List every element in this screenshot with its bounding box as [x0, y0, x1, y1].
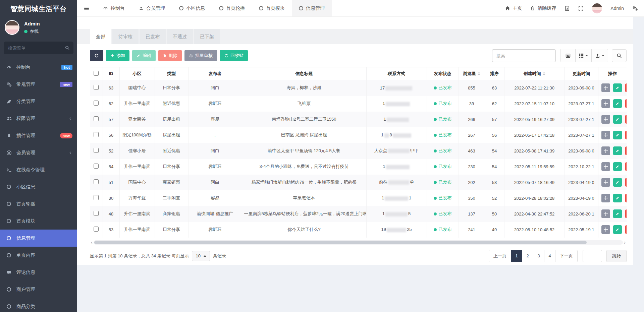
clear-cache-link[interactable]: 清除缓存: [530, 5, 556, 11]
move-button[interactable]: [601, 146, 610, 155]
navtab-info-management[interactable]: 信息管理: [292, 0, 332, 16]
row-checkbox[interactable]: [94, 179, 99, 184]
sidebar-item-product-category[interactable]: 商品分类: [0, 298, 77, 312]
delete-button[interactable]: 删除: [158, 50, 182, 61]
edit-row-button[interactable]: [613, 162, 622, 171]
fullscreen-icon[interactable]: [578, 6, 584, 11]
avatar[interactable]: [5, 20, 19, 35]
move-button[interactable]: [601, 83, 610, 92]
edit-row-button[interactable]: [613, 209, 622, 218]
scrollbar-thumb[interactable]: [94, 241, 587, 244]
row-checkbox[interactable]: [94, 116, 99, 121]
language-icon[interactable]: [565, 6, 570, 11]
navtab-home-modules[interactable]: 首页模块: [252, 0, 292, 16]
sidebar-item-info-management[interactable]: 信息管理: [0, 230, 77, 247]
navtab-dashboard[interactable]: 控制台: [96, 0, 132, 16]
jump-button[interactable]: 跳转: [606, 250, 627, 262]
page-button-2[interactable]: 2: [522, 250, 533, 262]
delete-row-button[interactable]: [625, 83, 627, 92]
delete-row-button[interactable]: [625, 146, 627, 155]
move-button[interactable]: [601, 178, 610, 187]
jump-page-input[interactable]: [583, 250, 602, 262]
move-button[interactable]: [601, 99, 610, 108]
move-button[interactable]: [601, 209, 610, 218]
columns-dropdown-button[interactable]: [575, 49, 591, 62]
page-button-3[interactable]: 3: [533, 250, 544, 262]
edit-row-button[interactable]: [613, 83, 622, 92]
edit-row-button[interactable]: [613, 115, 622, 124]
home-link[interactable]: 主页: [505, 5, 522, 11]
delete-row-button[interactable]: [625, 162, 627, 171]
detail-view-button[interactable]: [560, 49, 575, 62]
sidebar-item-home-modules[interactable]: 首页模块: [0, 212, 77, 230]
add-button[interactable]: 添加: [106, 50, 129, 61]
settings-gears-icon[interactable]: [632, 5, 638, 11]
table-search-input[interactable]: [492, 49, 556, 62]
advanced-search-button[interactable]: [612, 49, 627, 62]
sidebar-item-community-info[interactable]: 小区信息: [0, 178, 77, 195]
scrollbar-track[interactable]: [94, 240, 623, 245]
tab-pending[interactable]: 待审核: [112, 29, 139, 44]
delete-row-button[interactable]: [625, 225, 627, 234]
sidebar-item-general[interactable]: 常规管理 new: [0, 76, 77, 93]
sidebar-item-dashboard[interactable]: 控制台 hot: [0, 59, 77, 76]
move-button[interactable]: [601, 225, 610, 234]
move-button[interactable]: [601, 162, 610, 171]
row-checkbox[interactable]: [94, 101, 99, 106]
sidebar-item-permission[interactable]: 权限管理: [0, 110, 77, 127]
refresh-button[interactable]: [90, 50, 103, 61]
move-button[interactable]: [601, 115, 610, 124]
row-checkbox[interactable]: [94, 164, 99, 169]
scroll-right-icon[interactable]: ›: [623, 240, 627, 244]
menu-toggle-icon[interactable]: [77, 0, 96, 16]
avatar[interactable]: [592, 3, 602, 13]
delete-row-button[interactable]: [625, 99, 627, 108]
move-button[interactable]: [601, 194, 610, 202]
row-checkbox[interactable]: [94, 85, 99, 90]
sidebar-item-commands[interactable]: 在线命令管理: [0, 161, 77, 178]
sidebar-item-merchants[interactable]: 商户管理: [0, 281, 77, 298]
edit-row-button[interactable]: [613, 99, 622, 108]
next-page-button[interactable]: 下一页: [555, 250, 578, 262]
edit-row-button[interactable]: [613, 146, 622, 155]
sort-icon[interactable]: [543, 72, 545, 75]
prev-page-button[interactable]: 上一页: [489, 250, 511, 262]
recycle-bin-button[interactable]: 回收站: [220, 50, 248, 61]
edit-button[interactable]: 编辑: [132, 50, 156, 61]
row-checkbox[interactable]: [94, 132, 99, 137]
page-size-select[interactable]: 10: [192, 251, 210, 261]
select-all-checkbox[interactable]: [94, 71, 99, 76]
edit-row-button[interactable]: [613, 131, 622, 139]
edit-row-button[interactable]: [613, 225, 622, 234]
tab-offline[interactable]: 已下架: [194, 29, 220, 44]
edit-row-button[interactable]: [613, 178, 622, 187]
delete-row-button[interactable]: [625, 178, 627, 187]
export-dropdown-button[interactable]: [591, 49, 608, 62]
row-checkbox[interactable]: [94, 195, 99, 200]
page-button-4[interactable]: 4: [544, 250, 555, 262]
menu-search-input[interactable]: [4, 42, 73, 54]
delete-row-button[interactable]: [625, 194, 627, 202]
page-button-1[interactable]: 1: [511, 250, 522, 262]
delete-row-button[interactable]: [625, 115, 627, 124]
tab-published[interactable]: 已发布: [140, 29, 166, 44]
sidebar-item-plugins[interactable]: 插件管理 new: [0, 127, 77, 144]
tab-rejected[interactable]: 不通过: [167, 29, 193, 44]
sort-icon[interactable]: [478, 72, 480, 75]
navbar-username[interactable]: Admin: [610, 6, 624, 11]
sidebar-item-single-page[interactable]: 单页内容: [0, 247, 77, 264]
row-checkbox[interactable]: [94, 148, 99, 153]
row-checkbox[interactable]: [94, 211, 99, 216]
batch-audit-button[interactable]: 批量审核: [184, 50, 217, 61]
sidebar-item-members[interactable]: 会员管理: [0, 144, 77, 161]
row-checkbox[interactable]: [94, 227, 99, 232]
delete-row-button[interactable]: [625, 209, 627, 218]
navtab-community-info[interactable]: 小区信息: [172, 0, 212, 16]
delete-row-button[interactable]: [625, 131, 627, 139]
tab-all[interactable]: 全部: [90, 29, 111, 44]
move-button[interactable]: [601, 131, 610, 139]
navtab-home-carousel[interactable]: 首页轮播: [212, 0, 252, 16]
sidebar-item-home-carousel[interactable]: 首页轮播: [0, 195, 77, 212]
sidebar-item-category[interactable]: 分类管理: [0, 93, 77, 110]
sidebar-item-comments[interactable]: 评论信息: [0, 264, 77, 281]
